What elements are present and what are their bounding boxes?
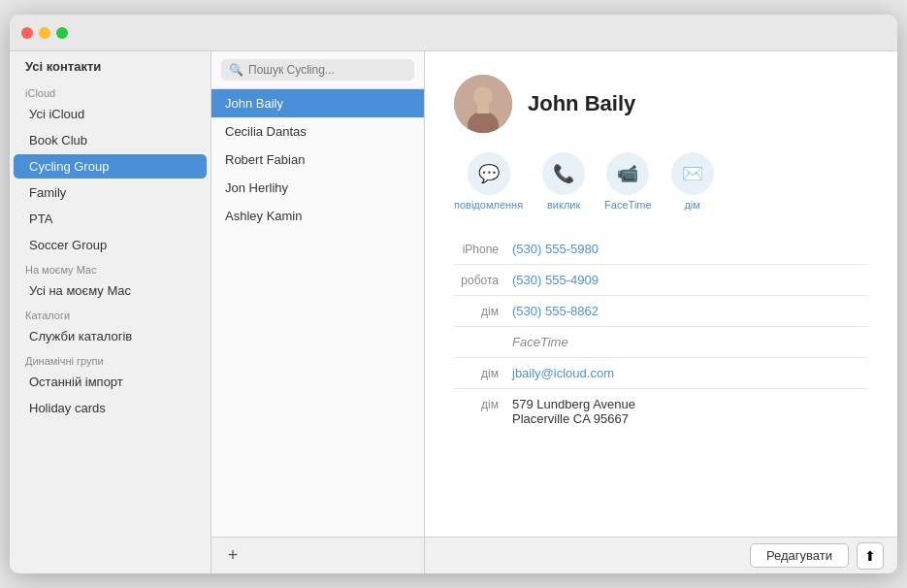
contacts-bottom-bar: + [211,537,424,573]
sidebar-section-on-my-mac: На моєму Mac [10,258,211,278]
sidebar-item-last-import[interactable]: Останній імпорт [14,370,207,394]
detail-label-address: дім [454,397,512,411]
detail-label-email: дім [454,366,512,380]
main-content: Усі контакти iCloud Усі iCloud Book Club… [10,51,897,573]
sidebar-item-family[interactable]: Family [14,180,207,205]
detail-row-work: робота (530) 555-4909 [454,265,868,296]
message-icon: 💬 [468,152,510,195]
contacts-list: John Baily Cecilia Dantas Robert Fabian … [211,89,424,537]
sidebar-item-book-club[interactable]: Book Club [14,128,207,152]
detail-value-home-phone[interactable]: (530) 555-8862 [512,304,868,318]
detail-value-address: 579 Lundberg Avenue Placerville CA 95667 [512,397,868,426]
sidebar-item-directory-services[interactable]: Служби каталогів [14,324,207,348]
detail-content: John Baily 💬 повідомлення 📞 викли [425,51,897,537]
contact-item-john-baily[interactable]: John Baily [211,89,424,117]
detail-panel: John Baily 💬 повідомлення 📞 викли [425,51,897,573]
contacts-panel: 🔍 John Baily Cecilia Dantas Robert Fabia… [211,51,425,573]
sidebar-item-pta[interactable]: PTA [14,207,207,231]
action-message-button[interactable]: 💬 повідомлення [454,152,523,211]
traffic-lights [21,27,68,39]
detail-label-iphone: iPhone [454,242,512,256]
sidebar-section-icloud: iCloud [10,82,211,101]
detail-row-iphone: iPhone (530) 555-5980 [454,234,868,265]
contact-item-ashley-kamin[interactable]: Ashley Kamin [211,202,424,230]
detail-value-work[interactable]: (530) 555-4909 [512,273,868,287]
sidebar-item-icloud-all[interactable]: Усі iCloud [14,102,207,126]
sidebar: Усі контакти iCloud Усі iCloud Book Club… [10,51,211,573]
search-input[interactable] [248,63,406,77]
minimize-button[interactable] [39,27,50,39]
contact-item-cecilia-dantas[interactable]: Cecilia Dantas [211,117,424,146]
svg-point-1 [473,86,493,106]
sidebar-section-dynamic-groups: Динамічні групи [10,349,211,369]
mail-icon: ✉️ [671,152,714,195]
detail-row-address: дім 579 Lundberg Avenue Placerville CA 9… [454,389,868,434]
search-icon: 🔍 [229,63,243,77]
share-contact-button[interactable]: ⬆ [857,542,884,570]
detail-row-email: дім jbaily@icloud.com [454,358,868,389]
sidebar-section-catalogs: Каталоги [10,304,211,323]
search-bar: 🔍 [211,51,424,89]
add-contact-button[interactable]: + [221,544,244,568]
detail-bottom-bar: Редагувати ⬆ [425,537,897,573]
action-mail-button[interactable]: ✉️ дім [671,152,714,211]
detail-label-facetime [454,335,512,336]
contact-item-jon-herlihy[interactable]: Jon Herlihy [211,174,424,202]
contacts-window: Усі контакти iCloud Усі iCloud Book Club… [10,15,897,573]
avatar [454,75,512,133]
contact-item-robert-fabian[interactable]: Robert Fabian [211,146,424,174]
detail-value-facetime: FaceTime [512,335,868,349]
sidebar-item-all-contacts[interactable]: Усі контакти [10,51,211,82]
contact-name: John Baily [528,91,635,116]
detail-value-email[interactable]: jbaily@icloud.com [512,366,868,380]
call-icon: 📞 [542,152,585,195]
detail-value-iphone[interactable]: (530) 555-5980 [512,242,868,256]
action-buttons: 💬 повідомлення 📞 виклик 📹 [454,152,868,211]
sidebar-item-cycling-group[interactable]: Cycling Group [14,154,207,179]
titlebar [10,15,897,51]
detail-row-home-phone: дім (530) 555-8862 [454,296,868,327]
search-wrapper: 🔍 [221,59,414,81]
edit-contact-button[interactable]: Редагувати [750,543,849,568]
facetime-icon: 📹 [606,152,649,195]
sidebar-item-holiday-cards[interactable]: Holiday cards [14,396,207,420]
action-call-button[interactable]: 📞 виклик [542,152,585,211]
mail-action-label: дім [684,199,699,211]
action-facetime-button[interactable]: 📹 FaceTime [604,152,652,211]
svg-rect-3 [477,104,489,114]
contact-header: John Baily [454,75,868,133]
detail-row-facetime: FaceTime [454,327,868,358]
call-action-label: виклик [547,199,580,211]
close-button[interactable] [21,27,33,39]
contact-detail-rows: iPhone (530) 555-5980 робота (530) 555-4… [454,234,868,434]
sidebar-item-on-my-mac[interactable]: Усі на моєму Mac [14,278,207,303]
detail-label-work: робота [454,273,512,287]
maximize-button[interactable] [56,27,68,39]
facetime-action-label: FaceTime [604,199,652,211]
message-action-label: повідомлення [454,199,523,211]
sidebar-item-soccer-group[interactable]: Soccer Group [14,233,207,257]
detail-label-home-phone: дім [454,304,512,318]
